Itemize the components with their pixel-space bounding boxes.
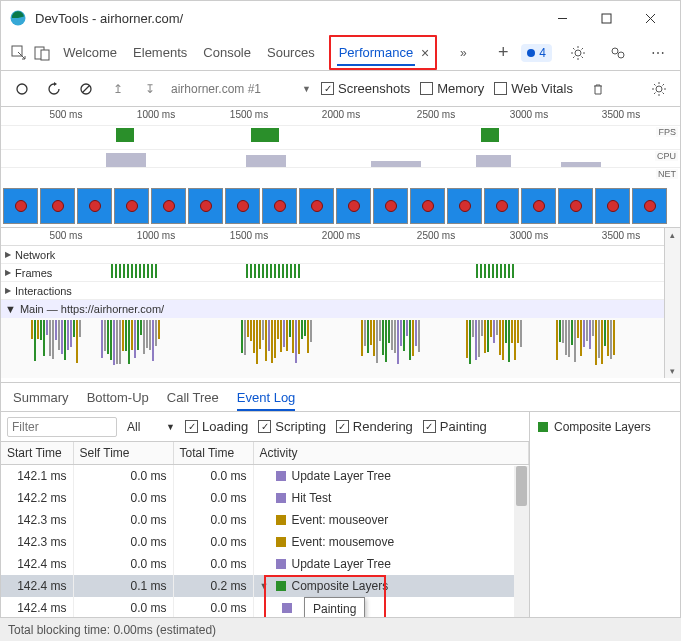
time-tick: 500 ms [50,230,83,241]
upload-icon[interactable]: ↥ [107,78,129,100]
col-activity[interactable]: Activity [253,442,529,465]
maximize-button[interactable] [594,6,618,30]
screenshot-thumb[interactable] [632,188,667,224]
tab-elements[interactable]: Elements [131,39,189,66]
screenshot-thumb[interactable] [484,188,519,224]
tab-performance[interactable]: Performance [337,39,415,66]
col-total[interactable]: Total Time [173,442,253,465]
tab-summary[interactable]: Summary [13,390,69,411]
main-flames[interactable] [1,318,664,378]
table-row[interactable]: 142.4 ms0.0 ms0.0 ms [1,597,529,619]
tab-sources[interactable]: Sources [265,39,317,66]
close-button[interactable] [638,6,662,30]
feedback-icon[interactable] [604,39,632,67]
legend-composite: Composite Layers [538,420,672,434]
frames-row[interactable] [1,264,664,280]
tab-bottomup[interactable]: Bottom-Up [87,390,149,411]
screenshot-thumb[interactable] [521,188,556,224]
time-tick: 2000 ms [322,109,360,120]
chk-loading[interactable]: Loading [185,419,248,434]
close-tab-icon[interactable]: × [421,45,429,61]
clear-icon[interactable] [75,78,97,100]
recording-select[interactable]: airhorner.com #1▼ [171,82,311,96]
perf-toolbar: ↥ ↧ airhorner.com #1▼ Screenshots Memory… [1,71,680,107]
recording-label: airhorner.com #1 [171,82,261,96]
kebab-icon[interactable]: ⋯ [644,39,672,67]
webvitals-checkbox[interactable]: Web Vitals [494,81,573,96]
screenshot-thumb[interactable] [410,188,445,224]
time-tick: 1500 ms [230,109,268,120]
cpu-track[interactable]: CPU [1,149,680,167]
table-row[interactable]: 142.2 ms0.0 ms0.0 msHit Test [1,487,529,509]
screenshot-thumb[interactable] [336,188,371,224]
reload-icon[interactable] [43,78,65,100]
col-self[interactable]: Self Time [73,442,173,465]
download-icon[interactable]: ↧ [139,78,161,100]
issues-badge[interactable]: 4 [521,44,552,62]
event-table-wrap: Start Time Self Time Total Time Activity… [1,442,529,641]
time-tick: 2500 ms [417,109,455,120]
screenshot-thumb[interactable] [595,188,630,224]
table-row[interactable]: 142.4 ms0.0 ms0.0 msUpdate Layer Tree [1,553,529,575]
screenshot-thumb[interactable] [558,188,593,224]
minimize-button[interactable] [550,6,574,30]
table-row[interactable]: 142.4 ms0.1 ms0.2 ms▼Composite Layers [1,575,529,597]
screenshot-thumb[interactable] [77,188,112,224]
tab-eventlog[interactable]: Event Log [237,390,296,411]
inspect-icon[interactable] [9,39,28,67]
filter-input[interactable] [7,417,117,437]
detail-tabs: Summary Bottom-Up Call Tree Event Log [1,382,680,412]
screenshot-thumb[interactable] [151,188,186,224]
screenshot-thumb[interactable] [262,188,297,224]
table-row[interactable]: 142.3 ms0.0 ms0.0 msEvent: mousemove [1,531,529,553]
net-track[interactable]: NET [1,167,680,185]
perf-settings-icon[interactable] [648,78,670,100]
settings-icon[interactable] [564,39,592,67]
chk-rendering[interactable]: Rendering [336,419,413,434]
col-start[interactable]: Start Time [1,442,73,465]
screenshots-row[interactable] [1,185,680,227]
screenshot-thumb[interactable] [114,188,149,224]
filter-scope-select[interactable]: All▼ [127,420,175,434]
time-tick: 3000 ms [510,109,548,120]
chk-scripting[interactable]: Scripting [258,419,326,434]
add-tab-icon[interactable]: + [489,39,517,67]
track-interactions[interactable]: ▶Interactions [1,282,664,300]
screenshot-thumb[interactable] [447,188,482,224]
track-network[interactable]: ▶Network [1,246,664,264]
table-scrollbar[interactable] [514,466,529,641]
screenshot-thumb[interactable] [40,188,75,224]
event-table: Start Time Self Time Total Time Activity… [1,442,529,641]
tab-calltree[interactable]: Call Tree [167,390,219,411]
detail-sidebar: Composite Layers [530,412,680,641]
track-main[interactable]: ▼Main — https://airhorner.com/ [1,300,664,318]
tab-welcome[interactable]: Welcome [61,39,119,66]
record-icon[interactable] [11,78,33,100]
screenshots-checkbox[interactable]: Screenshots [321,81,410,96]
screenshot-thumb[interactable] [3,188,38,224]
table-row[interactable]: 142.3 ms0.0 ms0.0 msEvent: mouseover [1,509,529,531]
devtools-tabbar: Welcome Elements Console Sources Perform… [1,35,680,71]
screenshot-thumb[interactable] [188,188,223,224]
table-row[interactable]: 142.1 ms0.0 ms0.0 msUpdate Layer Tree [1,465,529,488]
svg-point-10 [618,52,624,58]
cpu-label: CPU [655,151,678,161]
trash-icon[interactable] [587,78,609,100]
device-toolbar-icon[interactable] [32,39,51,67]
memory-checkbox[interactable]: Memory [420,81,484,96]
fps-track[interactable]: FPS [1,125,680,149]
screenshot-thumb[interactable] [299,188,334,224]
time-tick: 3000 ms [510,230,548,241]
tab-console[interactable]: Console [201,39,253,66]
legend-label: Composite Layers [554,420,651,434]
time-tick: 2500 ms [417,230,455,241]
chk-rendering-label: Rendering [353,419,413,434]
screenshot-thumb[interactable] [225,188,260,224]
more-tabs-icon[interactable]: » [449,39,477,67]
chk-painting[interactable]: Painting [423,419,487,434]
screenshot-thumb[interactable] [373,188,408,224]
flame-timeline[interactable]: 500 ms1000 ms1500 ms2000 ms2500 ms3000 m… [1,228,664,246]
flame-scrollbar[interactable]: ▴▾ [664,228,680,378]
overview-timeline[interactable]: 500 ms1000 ms1500 ms2000 ms2500 ms3000 m… [1,107,680,125]
track-network-label: Network [15,249,55,261]
